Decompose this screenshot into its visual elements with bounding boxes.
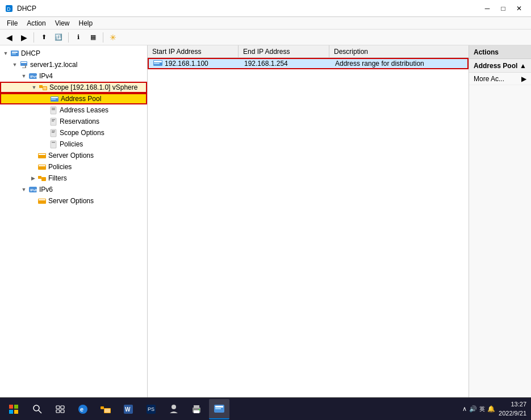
scope-options-icon <box>49 128 58 137</box>
expand-scope-options <box>40 128 49 137</box>
actions-more-label: More Ac... <box>474 75 504 83</box>
toolbar-sep-3 <box>103 32 103 43</box>
tree-reservations[interactable]: Reservations <box>0 116 147 127</box>
maximize-button[interactable]: □ <box>496 3 511 14</box>
policies-scope-icon <box>49 140 58 149</box>
svg-rect-25 <box>52 132 55 133</box>
actions-header: Actions <box>469 45 531 59</box>
taskbar-terminal[interactable]: PS <box>141 399 161 419</box>
expand-server-policies <box>28 162 37 171</box>
cell-start-ip: 192.168.1.100 <box>149 59 240 68</box>
tree-server-options-ipv6[interactable]: Server Options <box>0 195 147 207</box>
address-leases-icon <box>49 106 58 115</box>
tree-root-label: DHCP <box>21 49 40 57</box>
svg-rect-4 <box>12 53 16 54</box>
taskbar-clock[interactable]: 13:27 2022/9/21 <box>499 400 526 418</box>
close-button[interactable]: ✕ <box>512 3 526 14</box>
taskbar-dhcp[interactable] <box>209 399 229 419</box>
col-header-start-ip[interactable]: Start IP Address <box>148 45 239 57</box>
search-button[interactable] <box>27 399 48 419</box>
menu-help[interactable]: Help <box>74 18 98 28</box>
table-row[interactable]: 192.168.1.100 192.168.1.254 Address rang… <box>148 58 469 69</box>
svg-rect-44 <box>14 410 18 414</box>
tree-address-pool[interactable]: Address Pool <box>0 93 147 104</box>
taskbar-printer[interactable] <box>186 399 207 419</box>
menu-view[interactable]: View <box>51 18 74 28</box>
taskbar-explorer[interactable] <box>95 399 116 419</box>
svg-rect-40 <box>154 63 160 64</box>
svg-rect-11 <box>39 85 43 88</box>
taskbar-ie[interactable]: e <box>73 399 93 419</box>
tree-scope-options-label: Scope Options <box>60 129 104 137</box>
start-button[interactable] <box>2 399 25 419</box>
svg-rect-62 <box>194 405 199 408</box>
tree-scope-options[interactable]: Scope Options <box>0 127 147 138</box>
expand-server-options-ipv6 <box>28 196 37 205</box>
taskbar-sys-tray[interactable]: ∧ 🔊 英 🔔 <box>462 405 495 413</box>
taskbar-left: e W PS <box>2 399 229 419</box>
menu-file[interactable]: File <box>2 18 22 28</box>
toolbar-up[interactable]: ⬆ <box>37 31 51 44</box>
tree-ipv6[interactable]: ▼ IPv6 IPv6 <box>0 184 147 195</box>
tree-policies-scope[interactable]: Policies <box>0 138 147 150</box>
svg-rect-8 <box>22 68 26 68</box>
svg-rect-23 <box>51 129 56 137</box>
toolbar-back[interactable]: ◀ <box>2 31 16 44</box>
scope-icon <box>39 83 48 92</box>
tree-scope[interactable]: ▼ Scope [192.168.1.0] vSphere <box>0 82 147 93</box>
actions-more[interactable]: More Ac... ▶ <box>469 73 531 85</box>
tree-server-policies[interactable]: Policies <box>0 161 147 173</box>
tree-address-leases[interactable]: Address Leases <box>0 104 147 116</box>
svg-rect-31 <box>39 165 45 166</box>
tree-server-options[interactable]: Server Options <box>0 150 147 161</box>
tree-server-options-ipv6-label: Server Options <box>48 197 94 205</box>
toolbar-refresh[interactable]: 🔃 <box>52 31 65 44</box>
tree-server-policies-label: Policies <box>48 163 72 171</box>
expand-server: ▼ <box>10 60 19 69</box>
svg-rect-55 <box>104 409 110 413</box>
toolbar-info[interactable]: ℹ <box>72 31 85 44</box>
server-icon <box>19 60 28 69</box>
menu-action[interactable]: Action <box>22 18 50 28</box>
svg-point-45 <box>34 405 39 411</box>
expand-ipv4: ▼ <box>19 72 28 81</box>
toolbar-sep-1 <box>34 32 34 43</box>
title-bar-left: D DHCP <box>5 4 36 13</box>
svg-rect-21 <box>52 119 55 120</box>
svg-rect-41 <box>9 405 13 409</box>
minimize-button[interactable]: ─ <box>480 3 495 14</box>
tree-reservations-label: Reservations <box>60 117 99 125</box>
tree-ipv4[interactable]: ▼ IPv4 IPv4 <box>0 70 147 82</box>
tree-root[interactable]: ▼ DHCP <box>0 48 147 59</box>
expand-ipv6: ▼ <box>19 185 28 194</box>
tree-filters[interactable]: ▶ Filters <box>0 173 147 184</box>
svg-rect-13 <box>43 87 47 90</box>
tree-address-leases-label: Address Leases <box>60 106 108 114</box>
expand-address-pool <box>41 94 50 103</box>
tree-server[interactable]: ▼ server1.yz.local <box>0 59 147 70</box>
actions-subheader[interactable]: Address Pool ▲ <box>469 59 531 73</box>
toolbar-forward[interactable]: ▶ <box>17 31 31 44</box>
taskbar-taskview[interactable] <box>50 399 70 419</box>
svg-rect-67 <box>215 408 221 409</box>
svg-rect-24 <box>52 131 55 132</box>
address-pool-icon <box>50 94 59 103</box>
expand-policies-scope <box>40 140 49 149</box>
cell-description: Address range for distribution <box>331 59 467 68</box>
tree-policies-scope-label: Policies <box>60 140 83 148</box>
main-area: ▼ DHCP ▼ server1.yz.local <box>0 45 531 397</box>
taskbar-app3[interactable]: W <box>118 399 139 419</box>
svg-text:IPv4: IPv4 <box>30 75 37 78</box>
content-panel: Start IP Address End IP Address Descript… <box>148 45 469 397</box>
svg-rect-49 <box>56 410 60 413</box>
col-header-end-ip[interactable]: End IP Address <box>239 45 329 57</box>
toolbar-sep-2 <box>68 32 69 43</box>
toolbar-list[interactable]: ▦ <box>86 31 100 44</box>
svg-rect-3 <box>12 52 18 53</box>
svg-rect-63 <box>194 410 199 413</box>
col-header-description[interactable]: Description <box>329 45 469 57</box>
toolbar-star[interactable]: ✳ <box>106 31 120 44</box>
taskbar-user[interactable] <box>164 399 184 419</box>
ipv6-icon: IPv6 <box>28 185 37 194</box>
actions-panel: Actions Address Pool ▲ More Ac... ▶ <box>469 45 531 397</box>
